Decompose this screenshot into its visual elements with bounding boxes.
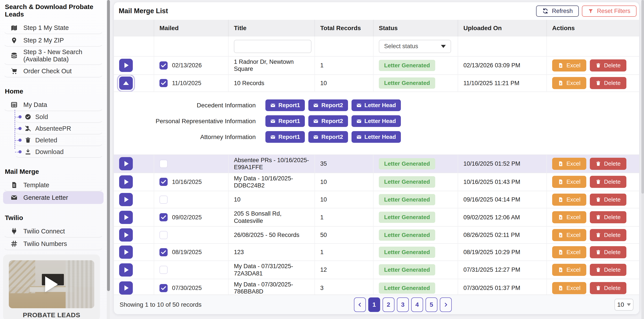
expand-row-button[interactable] — [119, 157, 133, 170]
excel-button[interactable]: Excel — [552, 229, 586, 241]
triangle-right-icon — [124, 215, 128, 220]
pagination-page-4[interactable]: 4 — [411, 298, 423, 312]
delete-button[interactable]: Delete — [590, 77, 626, 89]
mailed-checkbox[interactable] — [160, 178, 168, 186]
excel-button[interactable]: Excel — [552, 176, 586, 188]
table-row: 10/16/2025My Data - 10/16/2025-DDBC24B21… — [114, 173, 639, 191]
sidebar-scrollbar[interactable] — [107, 0, 110, 319]
excel-button[interactable]: Excel — [552, 211, 586, 223]
cell-expander — [114, 226, 154, 244]
sidebar-scrollbar-thumb[interactable] — [107, 0, 110, 291]
expand-row-button[interactable] — [119, 246, 133, 259]
expand-row-button[interactable] — [119, 175, 133, 189]
delete-button[interactable]: Delete — [590, 59, 626, 71]
excel-button[interactable]: Excel — [552, 59, 586, 71]
mailed-checkbox[interactable] — [160, 231, 168, 239]
cell-mailed — [154, 155, 228, 173]
delete-button[interactable]: Delete — [590, 158, 626, 170]
window-scrollbar[interactable] — [641, 0, 644, 319]
pagination-page-3[interactable]: 3 — [397, 298, 409, 312]
mailed-checkbox[interactable] — [160, 284, 168, 292]
excel-button[interactable]: Excel — [552, 194, 586, 206]
mailed-checkbox[interactable] — [160, 160, 168, 168]
sidebar-item-label: Twilio Numbers — [23, 240, 67, 248]
report2-button[interactable]: Report2 — [308, 99, 348, 111]
mailed-checkbox[interactable] — [160, 248, 168, 256]
report1-button[interactable]: Report1 — [266, 115, 305, 127]
sidebar-item-step-2-my-zip[interactable]: Step 2 My ZIP — [3, 34, 104, 47]
sidebar-subitem-download[interactable]: Download — [14, 146, 104, 158]
letter-head-button[interactable]: Letter Head — [352, 99, 401, 111]
expand-row-button[interactable] — [119, 281, 133, 295]
mail-merge-table-container: MailedTitleTotal RecordsStatusUploaded O… — [114, 20, 639, 295]
delete-button[interactable]: Delete — [590, 282, 626, 294]
envelope-icon — [10, 194, 18, 201]
refresh-button[interactable]: Refresh — [536, 5, 579, 17]
letter-head-button[interactable]: Letter Head — [352, 131, 401, 143]
sidebar-item-template[interactable]: Template — [3, 179, 104, 191]
pagination-page-2[interactable]: 2 — [382, 298, 394, 312]
cell-actions: ExcelDelete — [547, 261, 639, 279]
sidebar-item-label: Step 2 My ZIP — [23, 37, 64, 44]
excel-button[interactable]: Excel — [552, 158, 586, 170]
report1-button[interactable]: Report1 — [266, 99, 305, 111]
delete-button[interactable]: Delete — [590, 229, 626, 241]
collapse-row-button[interactable] — [119, 76, 133, 90]
pagination-next-button[interactable] — [440, 298, 452, 312]
pagination-page-1[interactable]: 1 — [368, 298, 380, 312]
mailed-checkbox[interactable] — [160, 266, 168, 274]
table-row: 11/10/202510 Records10Letter Generated11… — [114, 75, 639, 92]
delete-button[interactable]: Delete — [590, 176, 626, 188]
expand-row-button[interactable] — [119, 193, 133, 206]
triangle-up-icon — [123, 81, 129, 85]
column-header-mailed: Mailed — [154, 20, 228, 36]
delete-button[interactable]: Delete — [590, 246, 626, 258]
sidebar-item-twilio-connect[interactable]: Twilio Connect — [3, 225, 104, 238]
page-size-select[interactable]: 10 — [614, 299, 634, 311]
delete-button[interactable]: Delete — [590, 211, 626, 223]
mailed-checkbox[interactable] — [160, 196, 168, 204]
triangle-right-icon — [124, 267, 128, 273]
expand-row-button[interactable] — [119, 59, 133, 72]
sidebar-subitem-absenteepr[interactable]: AbsenteePR — [14, 123, 104, 134]
report1-button[interactable]: Report1 — [266, 131, 305, 143]
status-filter-select[interactable]: Select status — [379, 40, 451, 53]
mailed-checkbox[interactable] — [160, 61, 168, 69]
reset-filters-button[interactable]: Reset Filters — [582, 5, 636, 17]
delete-button[interactable]: Delete — [590, 264, 626, 276]
expand-row-button[interactable] — [119, 263, 133, 277]
sidebar-item-twilio-numbers[interactable]: Twilio Numbers — [3, 238, 104, 250]
promo-video-card: PROBATE LEADS — [3, 255, 100, 319]
sidebar-item-generate-letter[interactable]: Generate Letter — [3, 191, 104, 204]
sidebar-item-my-data[interactable]: My Data — [3, 99, 104, 111]
excel-button-label: Excel — [566, 249, 580, 256]
excel-button[interactable]: Excel — [552, 246, 586, 258]
excel-button[interactable]: Excel — [552, 282, 586, 294]
sidebar-subitem-sold[interactable]: Sold — [14, 111, 104, 123]
title-filter-input[interactable] — [234, 40, 312, 53]
cell-uploaded-on: 09/16/2025 04:14 PM — [458, 191, 547, 208]
pagination-page-5[interactable]: 5 — [426, 298, 438, 312]
delete-button[interactable]: Delete — [590, 194, 626, 206]
video-thumbnail[interactable] — [9, 260, 94, 308]
window-scrollbar-thumb[interactable] — [641, 0, 644, 194]
excel-button[interactable]: Excel — [552, 77, 586, 89]
expand-row-button[interactable] — [119, 228, 133, 242]
excel-button[interactable]: Excel — [552, 264, 586, 276]
play-icon[interactable] — [45, 276, 58, 292]
report2-button[interactable]: Report2 — [308, 131, 348, 143]
sidebar-subitem-deleted[interactable]: Deleted — [14, 134, 104, 146]
report2-button[interactable]: Report2 — [308, 115, 348, 127]
letter-head-button[interactable]: Letter Head — [352, 115, 401, 127]
sidebar-item-step-3-new-search-available-data[interactable]: Step 3 - New Search (Available Data) — [3, 47, 104, 65]
pagination-previous-button[interactable] — [354, 298, 366, 312]
expand-row-button[interactable] — [119, 211, 133, 224]
mailed-checkbox[interactable] — [160, 79, 168, 87]
status-badge: Letter Generated — [379, 264, 435, 276]
mailed-checkbox[interactable] — [160, 213, 168, 221]
sidebar-item-order-check-out[interactable]: Order Check Out — [3, 65, 104, 77]
excel-button-label: Excel — [566, 178, 580, 185]
table-row: 07/30/2025My Data - 07/30/2025-786BBA8D3… — [114, 279, 639, 295]
cell-actions: ExcelDelete — [547, 244, 639, 261]
sidebar-item-step-1-my-state[interactable]: Step 1 My State — [3, 21, 104, 34]
